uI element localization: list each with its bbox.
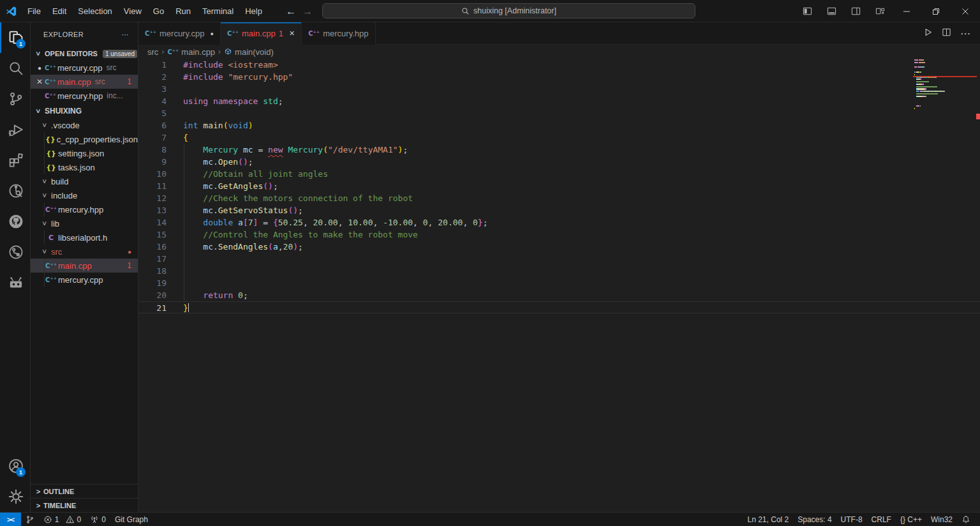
code-line-8[interactable]: 8 Mercury mc = new Mercury("/dev/ttyAMA1…	[138, 144, 980, 156]
customize-layout-icon[interactable]	[868, 0, 892, 22]
views-more-actions-icon[interactable]: ⋯	[122, 31, 129, 39]
minimize-button[interactable]	[892, 0, 921, 22]
workspace-root[interactable]: > SHUIXING	[31, 104, 138, 118]
tree-item-lib[interactable]: >lib	[31, 216, 138, 230]
tab-mercury.hpp[interactable]: C⁺⁺mercury.hpp	[302, 22, 375, 45]
code-line-19[interactable]: 19	[138, 277, 980, 289]
line-content	[167, 83, 183, 95]
tree-item-.vscode[interactable]: >.vscode	[31, 118, 138, 132]
open-editor-main.cpp[interactable]: ✕C⁺⁺main.cppsrc1	[31, 75, 138, 89]
nav-back-icon[interactable]: ←	[286, 6, 296, 17]
activity-git-graph[interactable]	[0, 237, 30, 267]
activity-search[interactable]	[0, 53, 30, 84]
toggle-panel-icon[interactable]	[819, 0, 843, 22]
activity-extensions[interactable]	[0, 145, 30, 176]
close-editor-icon[interactable]: ✕	[34, 77, 45, 86]
split-editor-icon[interactable]	[942, 27, 951, 40]
minimap[interactable]	[914, 59, 972, 110]
modified-dot-icon[interactable]: ●	[34, 64, 45, 71]
open-editors-header[interactable]: > OPEN EDITORS 1 unsaved	[31, 47, 138, 61]
open-editor-mercury.cpp[interactable]: ●C⁺⁺mercury.cppsrc	[31, 61, 138, 75]
status-problems[interactable]: 10	[39, 513, 85, 526]
status-language-mode[interactable]: {} C++	[896, 513, 926, 526]
tree-item-mercury.cpp[interactable]: C⁺⁺mercury.cpp	[31, 273, 138, 287]
code-line-7[interactable]: 7{	[138, 132, 980, 144]
code-line-20[interactable]: 20 return 0;	[138, 289, 980, 301]
activity-settings[interactable]	[0, 481, 30, 512]
tab-mercury.cpp[interactable]: C⁺⁺mercury.cpp●	[138, 22, 221, 45]
tree-item-src[interactable]: >src●	[31, 244, 138, 259]
tab-main.cpp[interactable]: C⁺⁺main.cpp1✕	[221, 22, 302, 45]
close-window-button[interactable]	[951, 0, 980, 22]
code-line-5[interactable]: 5	[138, 107, 980, 119]
line-number: 21	[138, 302, 167, 313]
code-line-9[interactable]: 9 mc.Open();	[138, 156, 980, 168]
command-center-search[interactable]: shuixing [Administrator]	[322, 3, 695, 19]
run-button[interactable]	[923, 27, 933, 40]
toggle-sidebar-icon[interactable]	[795, 0, 819, 22]
tree-item-include[interactable]: >include	[31, 188, 138, 202]
activity-accounts[interactable]: 1	[0, 451, 30, 481]
code-line-14[interactable]: 14 double a[7] = {50.25, 20.00, 10.00, -…	[138, 216, 980, 229]
section-outline[interactable]: >OUTLINE	[31, 484, 138, 498]
menu-edit[interactable]: Edit	[47, 4, 72, 19]
menu-terminal[interactable]: Terminal	[197, 4, 239, 19]
status-eol[interactable]: CRLF	[867, 513, 896, 526]
nav-forward-icon[interactable]: →	[302, 6, 313, 17]
code-line-6[interactable]: 6int main(void)	[138, 119, 980, 132]
restore-button[interactable]	[921, 0, 951, 22]
status-notifications[interactable]	[957, 513, 975, 526]
code-line-10[interactable]: 10 //Obtain all joint angles	[138, 168, 980, 180]
status-encoding[interactable]: UTF-8	[836, 513, 867, 526]
code-line-3[interactable]: 3	[138, 83, 980, 95]
code-line-2[interactable]: 2#include "mercury.hpp"	[138, 71, 980, 83]
menu-help[interactable]: Help	[239, 4, 268, 19]
code-line-4[interactable]: 4using namespace std;	[138, 95, 980, 107]
section-timeline[interactable]: >TIMELINE	[31, 498, 138, 512]
status-git-branch[interactable]	[21, 513, 39, 526]
modified-dot-icon[interactable]: ●	[211, 31, 214, 37]
status-ports[interactable]: 0	[85, 513, 110, 526]
menu-go[interactable]: Go	[147, 4, 170, 19]
status-platform[interactable]: Win32	[926, 513, 957, 526]
tree-item-tasks.json[interactable]: {}tasks.json	[31, 160, 138, 174]
activity-run-and-debug[interactable]	[0, 114, 30, 145]
activity-ai-assistant[interactable]	[0, 267, 30, 298]
menu-file[interactable]: File	[22, 4, 47, 19]
status-remote[interactable]: ><	[0, 513, 21, 526]
breadcrumb-src[interactable]: src	[147, 47, 158, 57]
code-line-15[interactable]: 15 //Control the Angles to make the robo…	[138, 229, 980, 241]
tree-item-build[interactable]: >build	[31, 174, 138, 188]
tree-item-c_cpp_properties.json[interactable]: {}c_cpp_properties.json	[31, 132, 138, 146]
activity-github[interactable]	[0, 206, 30, 237]
toggle-secondary-sidebar-icon[interactable]	[843, 0, 868, 22]
status-git-graph[interactable]: Git Graph	[110, 513, 152, 526]
tree-item-settings.json[interactable]: {}settings.json	[31, 146, 138, 160]
menu-selection[interactable]: Selection	[72, 4, 117, 19]
menu-view[interactable]: View	[118, 4, 147, 19]
tree-item-mercury.hpp[interactable]: C⁺⁺mercury.hpp	[31, 202, 138, 216]
close-tab-icon[interactable]: ✕	[289, 29, 295, 38]
tree-item-libserialport.h[interactable]: Clibserialport.h	[31, 230, 138, 244]
open-editor-mercury.hpp[interactable]: C⁺⁺mercury.hppinc...	[31, 89, 138, 103]
code-line-17[interactable]: 17	[138, 253, 980, 265]
code-line-16[interactable]: 16 mc.SendAngles(a,20);	[138, 241, 980, 253]
code-line-21[interactable]: 21}	[138, 301, 980, 313]
activity-git-history[interactable]	[0, 176, 30, 206]
breadcrumb-main.cpp[interactable]: C⁺⁺main.cpp	[167, 47, 215, 57]
more-actions-icon[interactable]: ⋯	[960, 27, 971, 40]
status-indentation[interactable]: Spaces: 4	[793, 513, 836, 526]
code-line-18[interactable]: 18	[138, 265, 980, 277]
code-line-13[interactable]: 13 mc.GetServoStatus();	[138, 204, 980, 216]
code-line-11[interactable]: 11 mc.GetAngles();	[138, 180, 980, 192]
activity-source-control[interactable]	[0, 84, 30, 114]
problem-count-badge: 1	[127, 261, 131, 270]
breadcrumb-main(void)[interactable]: main(void)	[224, 47, 274, 57]
activity-explorer[interactable]: 1	[0, 22, 30, 53]
code-line-12[interactable]: 12 //Check the motors connection of the …	[138, 192, 980, 204]
code-line-1[interactable]: 1#include <iostream>	[138, 59, 980, 71]
code-editor[interactable]: 1#include <iostream>2#include "mercury.h…	[138, 59, 980, 512]
menu-run[interactable]: Run	[170, 4, 197, 19]
status-cursor-position[interactable]: Ln 21, Col 2	[743, 513, 794, 526]
tree-item-main.cpp[interactable]: C⁺⁺main.cpp1	[31, 259, 138, 273]
